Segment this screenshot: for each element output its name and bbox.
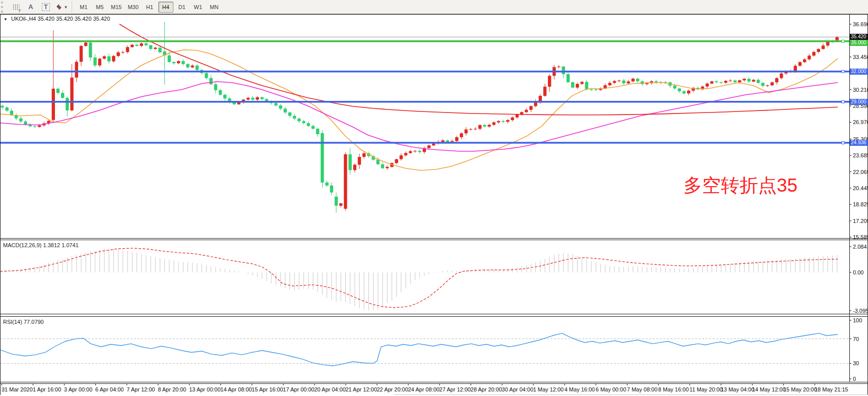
time-tick-label: 13 Apr 00:00 (189, 386, 220, 392)
time-tick-label: 21 Apr 12:00 (345, 386, 377, 392)
time-tick-label: 14 May 12:00 (752, 386, 786, 392)
price-tag-32.000: 32.000 (850, 69, 868, 75)
macd-signal-line (0, 248, 838, 308)
rsi-line (0, 333, 838, 366)
time-tick-label: 11 May 20:00 (690, 386, 723, 392)
time-tick-label: 14 Apr 08:00 (220, 386, 252, 392)
chart-annotation[interactable]: 多空转折点35 (684, 176, 797, 196)
ma-medium-magenta-line[interactable] (0, 82, 838, 151)
price-tag-35.420: 35.420 (850, 34, 868, 40)
macd-tick-label: 2.084 (853, 244, 867, 250)
price-tick-label: 23.685 (853, 152, 868, 158)
time-tick-label: 7 May 08:00 (627, 386, 658, 392)
time-tick-label: 15 May 20:00 (783, 386, 817, 392)
time-tick-label: 3 Apr 00:00 (64, 386, 92, 392)
price-tag-35.000: 35.000 (850, 40, 868, 46)
price-tag-29.000: 29.000 (850, 99, 868, 105)
rsi-tick-label: 70 (853, 336, 859, 342)
macd-tick-label: -3.0957 (853, 308, 868, 314)
rsi-tick-label: 100 (853, 317, 862, 323)
time-tick-label: 27 Apr 12:00 (440, 386, 471, 392)
price-tick-label: 30.210 (853, 87, 868, 93)
time-tick-label: 31 Mar 2020 (2, 386, 33, 392)
time-tick-label: 20 Apr 04:00 (314, 386, 345, 392)
time-tick-label: 17 Apr 00:00 (283, 386, 314, 392)
rsi-name: RSI(14) (3, 319, 22, 325)
time-tick-label: 7 Apr 12:00 (127, 386, 155, 392)
time-tick-label: 28 Apr 20:00 (471, 386, 502, 392)
one-click-trading-toggle[interactable]: ▼ (4, 17, 8, 22)
time-tick-label: 18 May 21:15 (815, 386, 848, 392)
rsi-pane[interactable] (0, 333, 849, 366)
time-tick-label: 1 May 12:00 (533, 386, 564, 392)
time-tick-label: 30 Apr 04:00 (502, 386, 533, 392)
price-axis: 36.69033.45030.21028.59026.97025.30523.6… (849, 21, 868, 382)
macd-main-value: 1.3812 (43, 242, 60, 248)
price-tick-label: 18.825 (853, 201, 868, 207)
time-tick-label: 15 Apr 16:00 (252, 386, 283, 392)
hline-handle-icon[interactable] (842, 70, 844, 73)
hline-handle-icon[interactable] (842, 40, 844, 42)
time-tick-label: 24 Apr 08:00 (408, 386, 440, 392)
ma-fast-orange-line[interactable] (0, 50, 838, 171)
rsi-value: 77.0790 (24, 319, 44, 325)
price-tag-24.936: 24.936 (850, 140, 868, 146)
chart-canvas[interactable]: 36.69033.45030.21028.59026.97025.30523.6… (0, 0, 868, 396)
rsi-tick-label: 0 (853, 376, 856, 382)
price-tick-label: 36.690 (853, 21, 868, 27)
rsi-label: RSI(14) 77.0790 (3, 319, 44, 325)
hline-handle-icon[interactable] (842, 142, 844, 144)
time-tick-label: 8 May 16:00 (658, 386, 689, 392)
price-tick-label: 22.065 (853, 169, 868, 175)
price-tick-label: 17.205 (853, 218, 868, 224)
time-tick-label: 22 Apr 20:00 (377, 386, 408, 392)
chart-title: ▼ UKOil-,H4 35.420 35.420 35.420 35.420 (4, 16, 110, 22)
price-tick-label: 26.970 (853, 119, 868, 125)
time-tick-label: 1 Apr 16:00 (33, 386, 61, 392)
macd-pane[interactable] (0, 248, 838, 310)
mt4-window: F A T ▾ M1M5M15M30H1H4D1W1MN 36.69033.45… (0, 0, 868, 396)
time-tick-label: 4 May 16:00 (565, 386, 595, 392)
chart-title-symbol: UKOil-,H4 (11, 16, 36, 22)
price-tick-label: 20.445 (853, 185, 868, 191)
time-tick-label: 6 Apr 04:00 (95, 386, 123, 392)
hline-handle-icon[interactable] (842, 100, 844, 103)
macd-histogram (3, 249, 837, 311)
price-tick-label: 15.585 (853, 234, 868, 240)
macd-label: MACD(12,26,9) 1.3812 1.0741 (3, 242, 79, 248)
time-tick-label: 8 Apr 20:00 (158, 386, 186, 392)
macd-signal-value: 1.0741 (61, 242, 79, 248)
rsi-tick-label: 30 (853, 360, 859, 366)
price-tick-label: 33.450 (853, 54, 868, 60)
macd-name: MACD(12,26,9) (3, 242, 41, 248)
time-tick-label: 13 May 04:00 (721, 386, 755, 392)
time-tick-label: 6 May 00:00 (596, 386, 627, 392)
time-axis: 31 Mar 20201 Apr 16:003 Apr 00:006 Apr 0… (2, 384, 848, 393)
macd-tick-label: 0.00 (853, 269, 863, 275)
chart-title-ohlc: 35.420 35.420 35.420 35.420 (38, 16, 110, 22)
